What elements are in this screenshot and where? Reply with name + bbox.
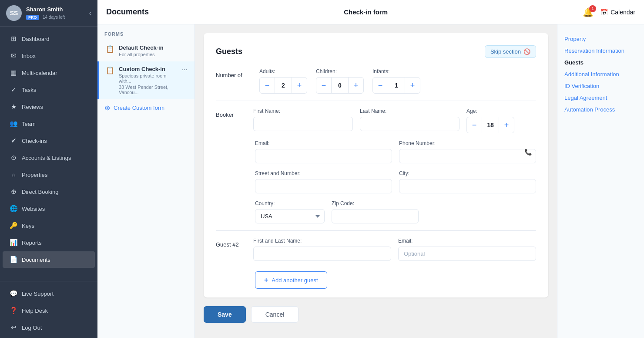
guest2-email-input[interactable] bbox=[398, 247, 536, 261]
sidebar-item-reviews[interactable]: ★Reviews bbox=[3, 98, 95, 115]
sidebar-item-properties[interactable]: ⌂Properties bbox=[3, 166, 95, 183]
sidebar-item-live-support[interactable]: 💬Live Support bbox=[3, 285, 95, 302]
infants-increment-button[interactable]: + bbox=[405, 78, 420, 93]
days-left: 14 days left bbox=[43, 15, 65, 20]
first-name-input[interactable] bbox=[253, 117, 353, 131]
last-name-group: Last Name: bbox=[360, 108, 460, 131]
form-item-default[interactable]: 📋 Default Check-in For all properties bbox=[97, 40, 195, 61]
collapse-sidebar-button[interactable]: ‹ bbox=[89, 9, 91, 17]
right-nav-additional-info[interactable]: Additional Information bbox=[564, 68, 637, 80]
phone-group: Phone Number: 📞 bbox=[399, 140, 536, 163]
sidebar-item-inbox[interactable]: ✉Inbox bbox=[3, 47, 95, 64]
street-input[interactable] bbox=[255, 179, 392, 193]
plus-icon: + bbox=[264, 276, 268, 284]
avatar: SS bbox=[6, 5, 22, 21]
sidebar-item-label: Dashboard bbox=[22, 36, 50, 42]
last-name-input[interactable] bbox=[360, 117, 460, 131]
sidebar-item-log-out[interactable]: ↩Log Out bbox=[3, 319, 95, 336]
adults-decrement-button[interactable]: − bbox=[260, 78, 275, 93]
email-input[interactable] bbox=[255, 149, 392, 163]
age-value: 18 bbox=[482, 117, 499, 133]
accounts-icon: ⊙ bbox=[10, 154, 17, 162]
add-another-guest-button[interactable]: + Add another guest bbox=[255, 271, 327, 289]
age-stepper: − 18 + bbox=[466, 117, 514, 133]
add-guest-label: Add another guest bbox=[272, 277, 318, 284]
cancel-button[interactable]: Cancel bbox=[251, 306, 299, 323]
guest2-name-input[interactable] bbox=[253, 247, 391, 261]
adults-value: 2 bbox=[275, 78, 292, 93]
infants-label: Infants: bbox=[372, 68, 420, 74]
sidebar-item-documents[interactable]: 📄Documents bbox=[3, 251, 95, 268]
age-decrement-button[interactable]: − bbox=[467, 117, 482, 133]
sidebar-item-label: Log Out bbox=[22, 324, 42, 331]
country-select[interactable]: USA Canada UK bbox=[255, 209, 325, 223]
calendar-label: Calendar bbox=[610, 9, 635, 16]
booker-label: Booker bbox=[216, 108, 246, 118]
zip-label: Zip Code: bbox=[332, 200, 419, 206]
sidebar-bottom: 💬Live Support ❓Help Desk ↩Log Out bbox=[0, 281, 97, 338]
infants-decrement-button[interactable]: − bbox=[373, 78, 388, 93]
email-group: Email: bbox=[255, 140, 392, 163]
form-item-custom[interactable]: 📋 Custom Check-in Spacious private room … bbox=[97, 61, 195, 99]
sidebar-item-help-desk[interactable]: ❓Help Desk bbox=[3, 302, 95, 319]
sidebar-item-dashboard[interactable]: ⊞Dashboard bbox=[3, 30, 95, 47]
right-nav-guests[interactable]: Guests bbox=[564, 57, 637, 68]
adults-increment-button[interactable]: + bbox=[292, 78, 307, 93]
plus-circle-icon: ⊕ bbox=[104, 104, 110, 112]
phone-input[interactable] bbox=[399, 149, 536, 163]
street-city-row: Street and Number: City: bbox=[216, 170, 536, 193]
calendar-icon: 📅 bbox=[600, 9, 608, 16]
sidebar-item-accounts-listings[interactable]: ⊙Accounts & Listings bbox=[3, 149, 95, 166]
skip-section-button[interactable]: Skip section 🚫 bbox=[485, 45, 536, 58]
guest2-email-group: Email: bbox=[398, 238, 536, 261]
sidebar-item-keys[interactable]: 🔑Keys bbox=[3, 217, 95, 234]
form-item-icon: 📋 bbox=[106, 66, 114, 74]
notification-button[interactable]: 🔔 1 bbox=[583, 7, 594, 17]
age-increment-button[interactable]: + bbox=[499, 117, 514, 133]
guest2-name-group: First and Last Name: bbox=[253, 238, 391, 261]
guest2-divider bbox=[216, 230, 536, 231]
user-name: Sharon Smith bbox=[26, 6, 85, 13]
number-of-label: Number of bbox=[216, 68, 251, 78]
form-item-content: Default Check-in For all properties bbox=[119, 44, 188, 57]
calendar-button[interactable]: 📅 Calendar bbox=[600, 9, 635, 16]
first-name-label: First Name: bbox=[253, 108, 353, 114]
zip-input[interactable] bbox=[332, 209, 419, 223]
sidebar-nav: ⊞Dashboard ✉Inbox ▦Multi-calendar ✓Tasks… bbox=[0, 27, 97, 281]
sidebar-item-check-ins[interactable]: ✔Check-ins bbox=[3, 132, 95, 149]
team-icon: 👥 bbox=[10, 120, 17, 128]
infants-stepper-group: Infants: − 1 + bbox=[372, 68, 420, 94]
save-button[interactable]: Save bbox=[204, 306, 246, 323]
guest2-email-label: Email: bbox=[398, 238, 536, 244]
children-increment-button[interactable]: + bbox=[349, 78, 363, 93]
right-nav-legal-agreement[interactable]: Legal Agreement bbox=[564, 92, 637, 104]
right-nav-automation-process[interactable]: Automation Process bbox=[564, 104, 637, 115]
zip-group: Zip Code: bbox=[332, 200, 419, 223]
documents-icon: 📄 bbox=[10, 256, 17, 264]
sidebar-item-reports[interactable]: 📊Reports bbox=[3, 234, 95, 251]
city-input[interactable] bbox=[399, 179, 536, 193]
country-zip-row: Country: USA Canada UK Zip Code: bbox=[216, 200, 536, 223]
sidebar-item-multi-calendar[interactable]: ▦Multi-calendar bbox=[3, 64, 95, 81]
right-nav-property[interactable]: Property bbox=[564, 33, 637, 45]
sidebar-item-team[interactable]: 👥Team bbox=[3, 115, 95, 132]
phone-label: Phone Number: bbox=[399, 140, 536, 146]
create-custom-form-button[interactable]: ⊕ Create Custom form bbox=[97, 99, 195, 116]
right-nav-id-verification[interactable]: ID Verification bbox=[564, 80, 637, 92]
create-form-label: Create Custom form bbox=[114, 105, 164, 111]
topbar-right: 🔔 1 📅 Calendar bbox=[583, 7, 635, 17]
adults-stepper-group: Adults: − 2 + bbox=[259, 68, 307, 94]
form-item-more-button[interactable]: ··· bbox=[182, 66, 188, 74]
sidebar-item-label: Websites bbox=[22, 206, 45, 212]
sidebar-item-direct-booking[interactable]: ⊕Direct Booking bbox=[3, 183, 95, 200]
keys-icon: 🔑 bbox=[10, 222, 17, 230]
right-nav-reservation-info[interactable]: Reservation Information bbox=[564, 45, 637, 57]
sidebar-item-label: Multi-calendar bbox=[22, 70, 57, 76]
sidebar-item-websites[interactable]: 🌐Websites bbox=[3, 200, 95, 217]
number-of-guests-row: Number of Adults: − 2 + Children: − bbox=[216, 68, 536, 94]
children-decrement-button[interactable]: − bbox=[316, 78, 331, 93]
country-group: Country: USA Canada UK bbox=[255, 200, 325, 223]
check-ins-icon: ✔ bbox=[10, 137, 17, 145]
sidebar-item-tasks[interactable]: ✓Tasks bbox=[3, 81, 95, 98]
sidebar-item-label: Keys bbox=[22, 223, 34, 229]
